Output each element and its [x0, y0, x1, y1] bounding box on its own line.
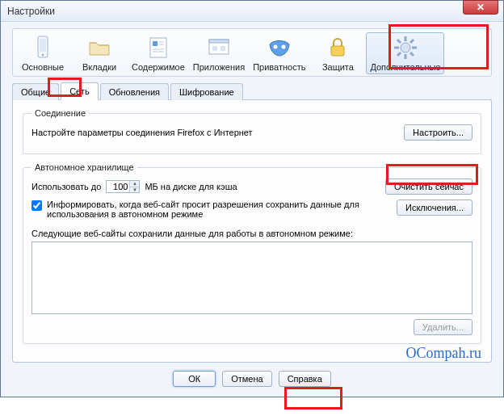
- connection-legend: Соединение: [32, 108, 89, 118]
- svg-point-14: [281, 45, 285, 49]
- toolbar-label: Приватность: [253, 62, 305, 72]
- connection-text: Настройте параметры соединения Firefox с…: [32, 128, 253, 137]
- mask-icon: [267, 35, 292, 61]
- cache-unit-label: МБ на диске для кэша: [145, 182, 237, 191]
- page-icon: [145, 35, 171, 61]
- tab-general[interactable]: Общие: [12, 83, 59, 100]
- stored-sites-label: Следующие веб-сайты сохранили данные для…: [32, 229, 472, 238]
- connection-group: Соединение Настройте параметры соединени…: [23, 108, 481, 154]
- category-toolbar: Основные Вкладки Содержимое Приложения П…: [12, 28, 492, 77]
- svg-rect-1: [40, 39, 46, 52]
- dialog-footer: ОК Отмена Справка: [12, 371, 492, 387]
- cancel-button[interactable]: Отмена: [222, 371, 271, 387]
- svg-line-22: [410, 52, 414, 56]
- spin-down-icon[interactable]: ▼: [129, 187, 139, 193]
- svg-rect-4: [153, 41, 158, 46]
- help-button[interactable]: Справка: [279, 371, 331, 387]
- svg-rect-15: [331, 46, 344, 56]
- toolbar-advanced[interactable]: Дополнительные: [366, 32, 444, 74]
- window-title: Настройки: [7, 6, 55, 17]
- ok-button[interactable]: ОК: [173, 371, 216, 387]
- svg-line-23: [410, 40, 414, 43]
- toolbar-label: Вкладки: [82, 62, 116, 72]
- svg-line-24: [397, 52, 401, 56]
- toolbar-security[interactable]: Защита: [309, 32, 366, 74]
- network-panel: Соединение Настройте параметры соединени…: [12, 99, 492, 363]
- toolbar-label: Содержимое: [132, 62, 185, 72]
- cache-spinner[interactable]: ▲▼: [129, 181, 139, 192]
- toolbar-privacy[interactable]: Приватность: [249, 32, 309, 74]
- watermark: OCompah.ru: [406, 345, 482, 362]
- inform-checkbox[interactable]: [32, 200, 42, 211]
- offline-group: Автономное хранилище Использовать до ▲▼ …: [23, 162, 481, 344]
- svg-point-2: [42, 54, 44, 57]
- configure-button[interactable]: Настроить...: [404, 124, 472, 141]
- stored-sites-listbox[interactable]: [32, 242, 472, 314]
- toolbar-tabs[interactable]: Вкладки: [71, 32, 128, 74]
- svg-rect-10: [209, 40, 229, 43]
- folder-icon: [86, 35, 112, 61]
- phone-icon: [30, 35, 56, 61]
- inform-label: Информировать, когда веб-сайт просит раз…: [47, 200, 390, 219]
- svg-rect-11: [212, 46, 217, 51]
- lock-icon: [325, 35, 351, 61]
- sub-tabs: Общие Сеть Обновления Шифрование: [12, 82, 492, 100]
- window-icon: [206, 35, 232, 61]
- use-up-to-label: Использовать до: [32, 182, 101, 191]
- offline-legend: Автономное хранилище: [32, 162, 137, 172]
- delete-button[interactable]: Удалить...: [414, 319, 472, 335]
- svg-rect-3: [150, 38, 166, 57]
- gear-icon: [393, 35, 418, 61]
- svg-rect-12: [220, 46, 225, 51]
- toolbar-content[interactable]: Содержимое: [128, 32, 189, 74]
- tab-crypto[interactable]: Шифрование: [170, 83, 243, 100]
- tab-network[interactable]: Сеть: [61, 82, 98, 100]
- toolbar-label: Основные: [22, 62, 64, 72]
- spin-up-icon[interactable]: ▲: [129, 181, 139, 187]
- clear-now-button[interactable]: Очистить сейчас: [385, 178, 472, 195]
- svg-point-16: [401, 43, 410, 52]
- tab-updates[interactable]: Обновления: [100, 83, 169, 100]
- close-icon: ✕: [477, 2, 485, 13]
- svg-point-13: [273, 45, 277, 49]
- toolbar-label: Дополнительные: [370, 62, 440, 72]
- close-button[interactable]: ✕: [463, 0, 498, 15]
- toolbar-general[interactable]: Основные: [15, 32, 71, 74]
- toolbar-apps[interactable]: Приложения: [189, 32, 249, 74]
- toolbar-label: Защита: [322, 62, 354, 72]
- svg-line-21: [397, 40, 401, 43]
- exceptions-button[interactable]: Исключения...: [397, 200, 472, 216]
- toolbar-label: Приложения: [193, 62, 245, 72]
